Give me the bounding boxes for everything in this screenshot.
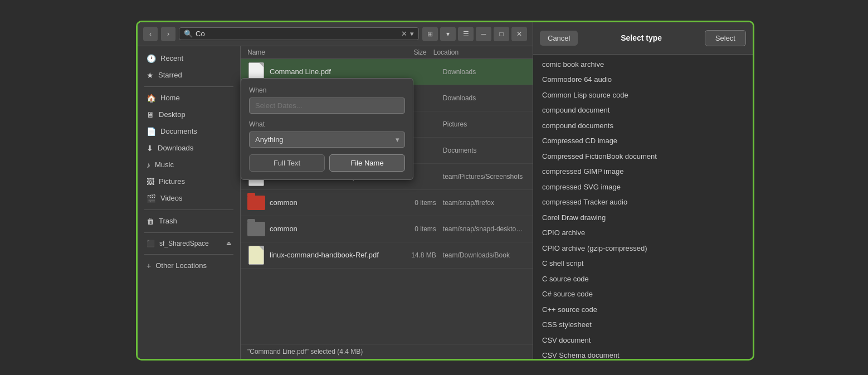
- sidebar-item-pictures[interactable]: 🖼 Pictures: [140, 174, 238, 189]
- minimize-button[interactable]: ─: [476, 27, 491, 41]
- file-name: common: [270, 225, 381, 233]
- sidebar-label-pictures: Pictures: [159, 177, 185, 186]
- sidebar-divider-4: [144, 254, 233, 255]
- type-list-item[interactable]: CSV document: [533, 333, 753, 348]
- type-list-item[interactable]: CPIO archive (gzip-compressed): [533, 241, 753, 256]
- file-location: team/Downloads/Book: [436, 251, 526, 259]
- search-input[interactable]: [196, 30, 398, 38]
- back-button[interactable]: ‹: [143, 27, 158, 41]
- file-size: 0 items: [381, 225, 436, 233]
- sidebar-item-other-locations[interactable]: + Other Locations: [140, 258, 238, 274]
- type-list-item[interactable]: compressed Tracker audio: [533, 194, 753, 210]
- sidebar-label-music: Music: [155, 160, 174, 169]
- eject-icon[interactable]: ⏏: [226, 240, 231, 246]
- sidebar-divider-2: [144, 210, 233, 210]
- type-list-item[interactable]: C# source code: [533, 286, 753, 302]
- downloads-icon: ⬇: [147, 144, 153, 153]
- search-icon: 🔍: [184, 30, 193, 38]
- type-list-item[interactable]: compound document: [533, 103, 753, 118]
- view-options-button[interactable]: ▾: [440, 27, 456, 41]
- table-row[interactable]: linux-command-handbook-Ref.pdf 14.8 MB t…: [241, 242, 533, 269]
- sidebar-label-recent: Recent: [160, 54, 183, 62]
- file-location: team/Pictures/Screenshots: [436, 173, 526, 181]
- type-list-item[interactable]: compressed SVG image: [533, 179, 753, 195]
- file-type-icon: [247, 219, 265, 239]
- sidebar-divider-3: [144, 232, 233, 233]
- right-panel: Cancel Select type Select comic book arc…: [533, 22, 753, 359]
- search-dropdown-icon[interactable]: ▾: [410, 30, 414, 38]
- sidebar-item-sf-sharedspace[interactable]: ⬛ sf_SharedSpace ⏏: [140, 236, 238, 251]
- folder-gray-icon: [247, 222, 265, 236]
- type-list-item[interactable]: C shell script: [533, 256, 753, 271]
- file-location: team/snap/firefox: [436, 199, 526, 207]
- sidebar-item-recent[interactable]: 🕐 Recent: [140, 51, 238, 66]
- network-icon: ⬛: [147, 240, 155, 247]
- grid-view-button[interactable]: ⊞: [422, 27, 438, 41]
- type-list-item[interactable]: Compressed FictionBook document: [533, 149, 753, 164]
- type-list-item[interactable]: CSV Schema document: [533, 348, 753, 359]
- type-list-item[interactable]: comic book archive: [533, 57, 753, 72]
- sidebar-item-trash[interactable]: 🗑 Trash: [140, 213, 238, 229]
- close-button[interactable]: ✕: [511, 27, 527, 41]
- type-list-item[interactable]: CPIO archive: [533, 225, 753, 241]
- sidebar-item-documents[interactable]: 📄 Documents: [140, 124, 238, 139]
- type-list-item[interactable]: Commodore 64 audio: [533, 72, 753, 87]
- type-list-item[interactable]: CSS stylesheet: [533, 317, 753, 333]
- status-bar: "Command Line.pdf" selected (4.4 MB): [241, 344, 533, 359]
- file-location: team/snap/snapd-desktop-integration: [436, 225, 526, 233]
- other-locations-icon: +: [147, 261, 151, 270]
- sidebar: 🕐 Recent ★ Starred 🏠 Home 🖥 Desktop: [138, 46, 241, 359]
- full-text-button[interactable]: Full Text: [249, 154, 325, 172]
- maximize-button[interactable]: □: [494, 27, 509, 41]
- type-list-item[interactable]: C source code: [533, 271, 753, 287]
- file-location: Pictures: [436, 120, 526, 128]
- select-button[interactable]: Select: [705, 30, 746, 46]
- table-row[interactable]: common 0 items team/snap/snapd-desktop-i…: [241, 216, 533, 242]
- file-name-button[interactable]: File Name: [329, 154, 405, 172]
- pdf-icon: [248, 246, 264, 265]
- sidebar-label-documents: Documents: [160, 127, 197, 135]
- file-name: Command Line.pdf: [270, 67, 381, 76]
- videos-icon: 🎬: [147, 194, 156, 203]
- type-list-item[interactable]: Compressed CD image: [533, 133, 753, 149]
- clear-search-icon[interactable]: ✕: [401, 30, 407, 38]
- list-view-button[interactable]: ☰: [458, 27, 474, 41]
- sidebar-label-downloads: Downloads: [158, 144, 193, 152]
- forward-button[interactable]: ›: [161, 27, 175, 41]
- table-row[interactable]: common 0 items team/snap/firefox: [241, 190, 533, 216]
- date-input[interactable]: [249, 98, 405, 114]
- toolbar: ‹ › 🔍 ✕ ▾ ⊞ ▾ ☰ ─ □ ✕: [138, 22, 533, 46]
- what-dropdown-wrap: Anything File Name Full Text: [249, 132, 405, 148]
- type-list: comic book archiveCommodore 64 audioComm…: [533, 55, 753, 359]
- search-box: 🔍 ✕ ▾: [179, 27, 419, 40]
- file-location: Documents: [436, 147, 526, 154]
- when-label: When: [249, 86, 405, 94]
- file-location: Downloads: [436, 68, 526, 76]
- file-size: 0 items: [381, 199, 436, 207]
- sidebar-item-music[interactable]: ♪ Music: [140, 157, 238, 173]
- file-type-icon: [247, 245, 265, 265]
- select-type-title: Select type: [621, 33, 662, 42]
- sidebar-label-trash: Trash: [159, 217, 177, 225]
- pictures-icon: 🖼: [147, 177, 154, 186]
- what-dropdown[interactable]: Anything File Name Full Text: [249, 132, 405, 148]
- file-type-icon: [247, 193, 265, 213]
- file-name: linux-command-handbook-Ref.pdf: [270, 251, 381, 259]
- status-text: "Command Line.pdf" selected (4.4 MB): [247, 348, 363, 355]
- sidebar-item-starred[interactable]: ★ Starred: [140, 67, 238, 83]
- sidebar-item-home[interactable]: 🏠 Home: [140, 90, 238, 106]
- sidebar-item-desktop[interactable]: 🖥 Desktop: [140, 107, 238, 123]
- file-dialog: ‹ › 🔍 ✕ ▾ ⊞ ▾ ☰ ─ □ ✕ 🕐 Recen: [136, 21, 754, 361]
- sidebar-label-sf-sharedspace: sf_SharedSpace: [159, 240, 209, 247]
- sidebar-item-downloads[interactable]: ⬇ Downloads: [140, 140, 238, 156]
- type-list-item[interactable]: compressed GIMP image: [533, 164, 753, 179]
- cancel-button[interactable]: Cancel: [540, 31, 578, 46]
- sidebar-item-videos[interactable]: 🎬 Videos: [140, 191, 238, 206]
- col-header-size: Size: [371, 48, 427, 56]
- type-list-item[interactable]: Corel Draw drawing: [533, 210, 753, 226]
- type-list-item[interactable]: Common Lisp source code: [533, 87, 753, 103]
- documents-icon: 📄: [147, 127, 156, 136]
- type-list-item[interactable]: C++ source code: [533, 302, 753, 318]
- file-location: Downloads: [436, 94, 526, 102]
- type-list-item[interactable]: compound documents: [533, 118, 753, 134]
